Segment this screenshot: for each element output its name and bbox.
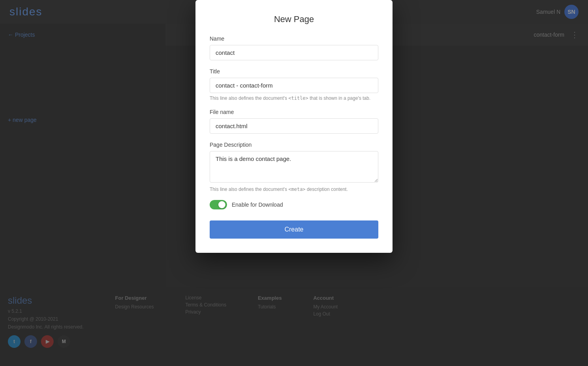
description-hint: This line also defines the document's <m… <box>210 187 378 192</box>
name-input[interactable] <box>210 45 378 60</box>
toggle-track <box>210 200 227 209</box>
title-field-group: Title This line also defines the documen… <box>210 68 378 101</box>
modal-title: New Page <box>210 14 378 24</box>
filename-input[interactable] <box>210 118 378 134</box>
new-page-modal: New Page Name Title This line also defin… <box>195 0 393 253</box>
title-hint: This line also defines the document's <t… <box>210 95 378 101</box>
title-input[interactable] <box>210 78 378 93</box>
filename-field-group: File name <box>210 109 378 134</box>
enable-download-toggle[interactable] <box>210 200 227 209</box>
name-label: Name <box>210 35 378 42</box>
name-field-group: Name <box>210 35 378 60</box>
toggle-thumb <box>218 201 225 208</box>
toggle-row: Enable for Download <box>210 200 378 209</box>
description-label: Page Description <box>210 142 378 148</box>
modal-backdrop: New Page Name Title This line also defin… <box>0 0 588 366</box>
description-field-group: Page Description This is a demo contact … <box>210 142 378 192</box>
create-button[interactable]: Create <box>210 220 378 239</box>
filename-label: File name <box>210 109 378 115</box>
toggle-label: Enable for Download <box>232 202 283 208</box>
description-textarea[interactable]: This is a demo contact page. <box>210 151 378 183</box>
title-label: Title <box>210 68 378 75</box>
